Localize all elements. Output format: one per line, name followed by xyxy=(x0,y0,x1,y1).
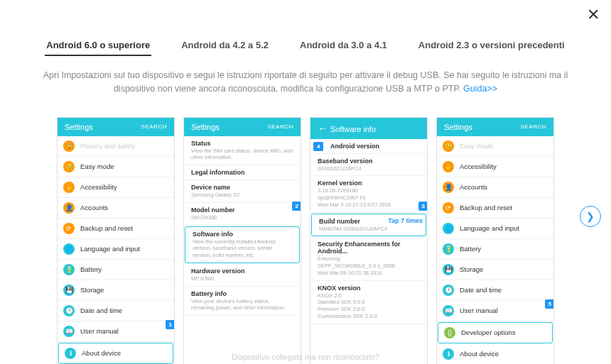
settings-item: 🌐Language and input xyxy=(58,239,174,260)
info-sub: MP 0.900 xyxy=(191,275,293,282)
info-title: Android version xyxy=(318,143,420,150)
info-item: Battery infoView your device's battery s… xyxy=(184,287,301,316)
panel3-header: ←Software info xyxy=(310,118,427,139)
item-icon: 🌐 xyxy=(443,223,454,234)
panel-settings-2: Settings SEARCH 😊Easy mode✋Accessibility… xyxy=(436,117,554,365)
panel-settings-1: Settings SEARCH 🔒Privacy and safety😊Easy… xyxy=(57,117,175,365)
info-item: KNOX versionKNOX 2.6Standard SDK 5.6.0Pr… xyxy=(310,281,427,324)
tab-android-23[interactable]: Android 2.3 o versioni precedenti xyxy=(417,35,566,56)
item-icon: 🔋 xyxy=(63,264,75,275)
guide-link[interactable]: Guida>> xyxy=(463,84,497,94)
panel-software-info: ←Software info Android version4Baseband … xyxy=(310,117,428,365)
info-sub: KNOX 2.6Standard SDK 5.6.0Premium SDK 2.… xyxy=(318,292,420,320)
item-icon: 💾 xyxy=(443,264,454,275)
item-label: User manual xyxy=(460,307,498,314)
info-title: Kernel version xyxy=(318,180,420,187)
panel4-title: Settings xyxy=(444,123,472,131)
item-icon: {} xyxy=(444,327,455,338)
version-tabs: Android 6.0 o superiore Android da 4.2 a… xyxy=(0,35,611,59)
info-item: Hardware versionMP 0.900 xyxy=(184,264,301,287)
settings-item: ✋Accessibility xyxy=(58,177,174,198)
tap-hint: Tap 7 times xyxy=(388,217,423,224)
item-icon: 👤 xyxy=(63,202,75,214)
item-label: Backup and reset xyxy=(460,204,512,211)
settings-item: 🕐Date and time xyxy=(58,301,174,321)
info-title: Hardware version xyxy=(191,268,293,275)
item-icon: 📖 xyxy=(63,326,75,337)
info-title: Model number xyxy=(191,206,293,214)
item-label: Storage xyxy=(460,265,483,273)
panel-about-device: Settings SEARCH StatusView the SIM card … xyxy=(183,117,301,365)
close-button[interactable]: ✕ xyxy=(587,6,600,24)
panel4-header: Settings SEARCH xyxy=(437,118,553,136)
info-item: Baseband versionG9300ZCU2APC4 xyxy=(310,154,427,177)
tab-android-6[interactable]: Android 6.0 o superiore xyxy=(45,35,151,56)
info-item: Kernel version3.18.20-7299180dpi@SWHC390… xyxy=(310,176,427,212)
settings-item: ✋Accessibility xyxy=(437,157,553,177)
item-icon: 🔋 xyxy=(443,243,454,255)
item-label: Privacy and safety xyxy=(80,142,136,150)
item-label: Battery xyxy=(460,245,481,253)
step-badge: 3 xyxy=(418,202,428,211)
item-icon: 😊 xyxy=(443,140,454,152)
item-label: Backup and reset xyxy=(80,224,133,232)
item-icon: ⟳ xyxy=(63,223,75,234)
info-sub: Samsung Galaxy S7 xyxy=(191,192,293,199)
info-sub: View the SIM card status, device IMEI, a… xyxy=(191,148,293,162)
step-badge: 1 xyxy=(166,320,175,329)
info-sub: G9300ZCU2APC4 xyxy=(318,165,420,172)
info-item: Android version4 xyxy=(310,139,427,154)
panel1-header: Settings SEARCH xyxy=(58,118,174,136)
screenshot-panels: Settings SEARCH 🔒Privacy and safety😊Easy… xyxy=(0,117,611,365)
settings-item: 📖User manual5 xyxy=(437,301,553,321)
item-label: Battery xyxy=(80,265,102,273)
info-title: KNOX version xyxy=(318,285,420,292)
panel1-title: Settings xyxy=(65,123,93,131)
item-icon: 🔒 xyxy=(63,140,75,152)
panel3-title: ←Software info xyxy=(318,123,376,134)
tab-android-30[interactable]: Android da 3.0 a 4.1 xyxy=(298,35,389,56)
info-sub: EnforcingSEPF_SECMOBILE_6.0.1_0006Wed Ma… xyxy=(318,255,420,276)
item-label: Accounts xyxy=(460,183,487,191)
item-label: Accessibility xyxy=(460,162,497,170)
info-item: Software infoView the currently installe… xyxy=(185,226,300,263)
settings-item: 💾Storage xyxy=(58,280,174,301)
settings-item: 📖User manual1 xyxy=(58,321,174,342)
info-item: Legal information xyxy=(184,165,301,180)
item-label: User manual xyxy=(80,327,119,335)
item-icon: 💾 xyxy=(63,285,75,296)
info-title: Security Enhancements for Android... xyxy=(318,241,420,255)
next-button[interactable]: ❯ xyxy=(580,206,601,227)
settings-item: 🌐Language and input xyxy=(437,219,553,239)
info-title: Software info xyxy=(193,231,292,238)
item-icon: 👤 xyxy=(443,182,454,193)
tab-android-42[interactable]: Android da 4.2 a 5.2 xyxy=(180,35,270,56)
item-label: Easy mode xyxy=(80,162,114,170)
settings-item: 🔒Privacy and safety xyxy=(58,136,174,157)
step-badge: 4 xyxy=(313,142,323,151)
search-label: SEARCH xyxy=(141,123,167,130)
item-label: Date and time xyxy=(80,307,122,314)
info-sub: View your device's battery status, remai… xyxy=(191,298,293,312)
item-label: Easy mode xyxy=(460,142,494,150)
info-title: Baseband version xyxy=(318,158,420,165)
search-label: SEARCH xyxy=(521,123,546,130)
info-title: Battery info xyxy=(191,290,293,297)
settings-item: ⟳Backup and reset xyxy=(437,198,553,219)
item-icon: 📖 xyxy=(443,305,454,316)
back-arrow-icon: ← xyxy=(318,123,328,134)
info-sub: View the currently installed Android ver… xyxy=(193,238,292,259)
item-icon: ✋ xyxy=(443,161,454,172)
item-icon: 😊 xyxy=(63,161,75,172)
search-label: SEARCH xyxy=(268,123,293,130)
settings-item: 💾Storage xyxy=(437,260,553,280)
step-badge: 5 xyxy=(545,299,554,309)
item-label: Date and time xyxy=(460,286,502,294)
info-item: Device nameSamsung Galaxy S7 xyxy=(184,180,301,203)
settings-item: 😊Easy mode xyxy=(437,136,553,157)
instruction-text: Apri Impostazioni sul tuo dispositivo e … xyxy=(28,69,583,96)
settings-item: 👤Accounts xyxy=(437,177,553,198)
info-sub: MMB29M.G9300ZCU2APC4 xyxy=(319,226,418,233)
info-item: Security Enhancements for Android...Enfo… xyxy=(310,237,427,280)
settings-item: ⟳Backup and reset xyxy=(58,219,174,239)
